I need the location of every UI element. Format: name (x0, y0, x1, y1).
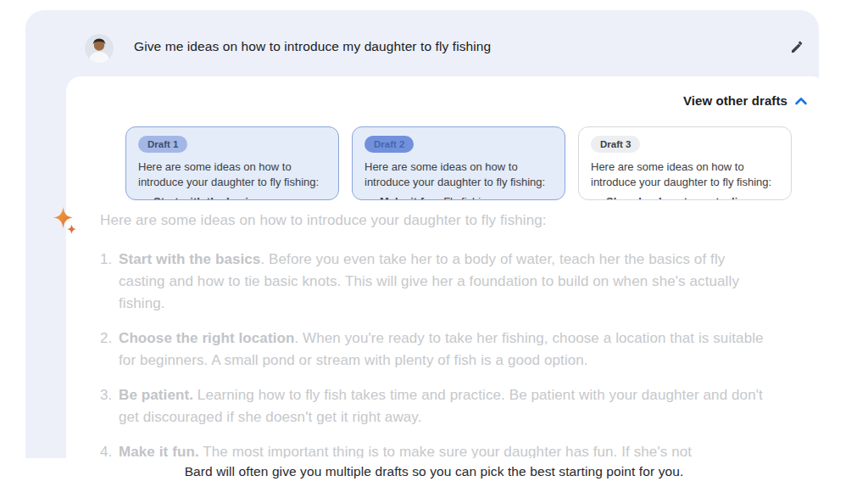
list-item: 1. Start with the basics. Before you eve… (100, 249, 766, 315)
draft-3-chip: Draft 3 (591, 136, 640, 153)
list-item-number: 3. (100, 384, 119, 428)
response-intro: Here are some ideas on how to introduce … (100, 210, 766, 232)
prompt-text: Give me ideas on how to introduce my dau… (134, 39, 491, 54)
draft-2-bullet: Make it fun. Fly fishing can (364, 194, 553, 200)
avatar (85, 34, 114, 63)
list-item-number: 2. (100, 327, 119, 372)
list-item-bold: Choose the right location (119, 330, 294, 346)
draft-cards-row: Draft 1 Here are some ideas on how to in… (125, 126, 792, 200)
draft-1-bullet: Start with the basics (138, 194, 326, 200)
prompt-row: Give me ideas on how to introduce my dau… (59, 32, 836, 66)
list-item-text: Be patient. Learning how to fly fish tak… (119, 384, 766, 428)
draft-card-2[interactable]: Draft 2 Here are some ideas on how to in… (352, 126, 565, 200)
list-item: 2. Choose the right location. When you'r… (100, 327, 766, 372)
response-body: Here are some ideas on how to introduce … (100, 210, 766, 476)
list-item-bold: Start with the basics (119, 251, 260, 267)
list-item-text: Choose the right location. When you're r… (119, 327, 766, 372)
caption-text: Bard will often give you multiple drafts… (0, 458, 868, 485)
draft-2-intro: Here are some ideas on how to introduce … (364, 160, 553, 190)
draft-3-bullet-bold: Show her how to cast a line (606, 195, 750, 200)
draft-2-bullet-bold: Make it fun. (380, 195, 441, 200)
draft-3-bullet: Show her how to cast a line (591, 194, 779, 200)
edit-prompt-button[interactable] (788, 39, 805, 56)
list-item-rest: Learning how to fly fish takes time and … (119, 387, 763, 425)
draft-2-chip: Draft 2 (364, 136, 414, 153)
list-item-number: 1. (100, 249, 119, 315)
user-avatar-image (85, 34, 114, 63)
view-other-drafts-label: View other drafts (683, 93, 787, 108)
draft-1-bullet-bold: Start with the basics (153, 195, 260, 200)
list-item-bold: Be patient. (119, 387, 193, 403)
draft-3-intro: Here are some ideas on how to introduce … (591, 160, 779, 190)
caption-strip: Bard will often give you multiple drafts… (0, 458, 868, 487)
edit-pencil-icon (788, 39, 805, 56)
draft-1-chip: Draft 1 (138, 136, 187, 153)
view-other-drafts-toggle[interactable]: View other drafts (683, 93, 808, 108)
chevron-up-icon (794, 96, 808, 106)
draft-1-intro: Here are some ideas on how to introduce … (138, 160, 326, 190)
draft-card-1[interactable]: Draft 1 Here are some ideas on how to in… (125, 126, 339, 200)
draft-2-bullet-rest: Fly fishing can (441, 195, 515, 200)
list-item-text: Start with the basics. Before you even t… (119, 249, 766, 315)
draft-card-3[interactable]: Draft 3 Here are some ideas on how to in… (578, 126, 792, 200)
list-item: 3. Be patient. Learning how to fly fish … (100, 384, 766, 428)
bard-sparkle-icon (51, 206, 80, 235)
